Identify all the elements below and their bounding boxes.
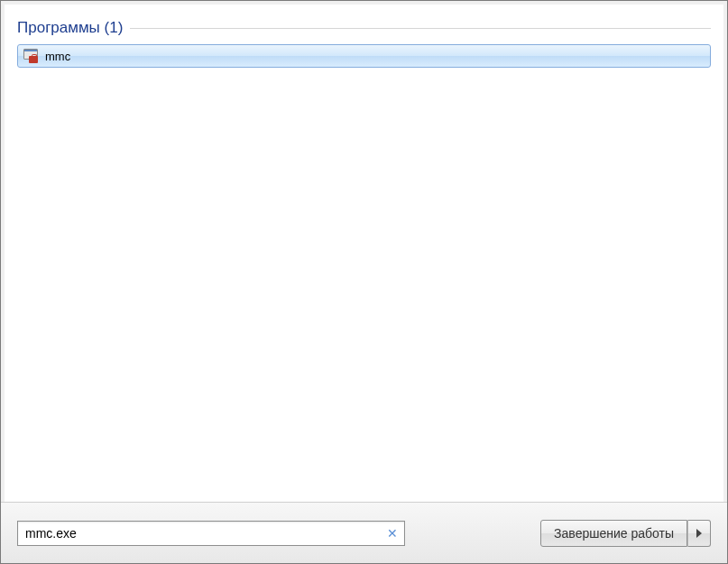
chevron-right-icon (696, 529, 703, 538)
search-results-area: Программы (1) mmc (1, 1, 727, 502)
search-result-item[interactable]: mmc (17, 44, 711, 68)
shutdown-group: Завершение работы (540, 520, 711, 547)
search-input[interactable] (17, 521, 405, 546)
divider (130, 28, 711, 29)
category-header: Программы (1) (17, 19, 711, 37)
start-menu-search-panel: Программы (1) mmc ✕ Завершение работы (0, 0, 728, 564)
bottom-bar: ✕ Завершение работы (1, 502, 727, 563)
shutdown-label: Завершение работы (554, 526, 674, 541)
clear-search-icon[interactable]: ✕ (385, 526, 400, 541)
shutdown-options-button[interactable] (687, 520, 711, 547)
result-item-label: mmc (45, 50, 70, 63)
mmc-icon (23, 49, 38, 63)
search-box: ✕ (17, 521, 405, 546)
shutdown-button[interactable]: Завершение работы (540, 520, 687, 547)
category-label-programs: Программы (1) (17, 19, 123, 37)
